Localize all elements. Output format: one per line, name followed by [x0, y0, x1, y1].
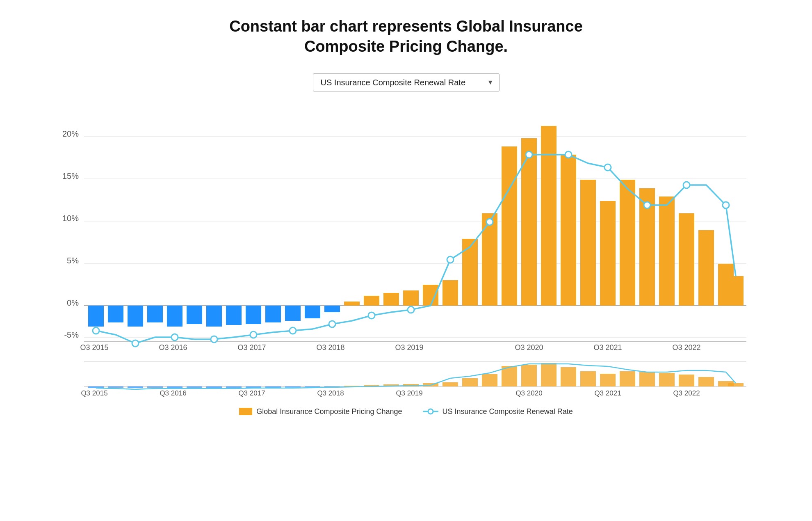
- svg-text:Q3 2019: Q3 2019: [395, 343, 423, 350]
- line-dot-29: [644, 202, 650, 208]
- bar-14: [344, 302, 360, 306]
- legend-bar-color: [239, 408, 252, 415]
- chart-area: 20% 15% 10% 5% 0% -5%: [57, 104, 755, 416]
- line-dot-31: [683, 182, 690, 188]
- svg-rect-49: [580, 371, 596, 386]
- bar-11: [285, 306, 301, 321]
- dropdown-container: US Insurance Composite Renewal RateGloba…: [313, 73, 500, 91]
- svg-text:Q3 2019: Q3 2019: [396, 389, 422, 397]
- svg-rect-47: [541, 363, 557, 386]
- bar-18: [423, 285, 438, 306]
- bar-21: [482, 213, 497, 306]
- bar-3: [128, 306, 143, 327]
- svg-text:20%: 20%: [62, 129, 79, 138]
- svg-text:10%: 10%: [62, 214, 79, 223]
- line-dot-11: [290, 327, 296, 334]
- svg-rect-42: [442, 382, 458, 386]
- mini-chart: Q3 2015 Q3 2016 Q3 2017 Q3 2018 Q3 2019 …: [57, 356, 755, 401]
- bar-15: [364, 296, 379, 306]
- dropdown-wrapper: US Insurance Composite Renewal RateGloba…: [313, 73, 500, 91]
- bar-20: [462, 239, 478, 306]
- main-chart: 20% 15% 10% 5% 0% -5%: [57, 104, 755, 350]
- bar-31: [679, 213, 694, 306]
- legend-bar-item: Global Insurance Composite Pricing Chang…: [239, 407, 402, 416]
- bar-27: [600, 201, 616, 306]
- line-dot-3: [132, 340, 139, 347]
- svg-text:Q3 2020: Q3 2020: [515, 389, 542, 397]
- line-dot-1: [93, 327, 99, 334]
- svg-rect-51: [620, 371, 635, 386]
- svg-rect-34: [285, 386, 301, 388]
- svg-text:Q3 2021: Q3 2021: [594, 389, 621, 397]
- bar-25: [561, 155, 576, 306]
- bar-26: [580, 180, 596, 306]
- svg-text:Q3 2018: Q3 2018: [316, 343, 344, 350]
- bar-4: [147, 306, 163, 322]
- line-dot-21: [486, 219, 493, 225]
- bar-8: [226, 306, 242, 325]
- svg-text:Q3 2021: Q3 2021: [593, 343, 622, 350]
- bar-16: [383, 293, 399, 306]
- line-dot-33: [723, 202, 729, 208]
- svg-rect-28: [167, 386, 182, 388]
- svg-text:Q3 2018: Q3 2018: [317, 389, 344, 397]
- svg-rect-57: [728, 383, 744, 386]
- svg-text:Q3 2015: Q3 2015: [80, 343, 108, 350]
- bar-30: [659, 197, 675, 306]
- bar-7: [206, 306, 222, 327]
- svg-text:Q3 2022: Q3 2022: [672, 343, 700, 350]
- line-dot-7: [211, 336, 217, 343]
- svg-text:Q3 2020: Q3 2020: [515, 343, 543, 350]
- legend-line-icon: [423, 407, 438, 416]
- bar-9: [246, 306, 261, 324]
- svg-point-67: [428, 409, 433, 414]
- svg-rect-55: [698, 377, 714, 386]
- bar-32: [698, 230, 714, 306]
- bar-34: [728, 276, 744, 306]
- svg-rect-44: [482, 374, 497, 386]
- page-title: Constant bar chart represents Global Ins…: [221, 16, 591, 57]
- svg-text:15%: 15%: [62, 171, 79, 181]
- legend-line-label: US Insurance Composite Renewal Rate: [442, 407, 573, 416]
- line-dot-19: [447, 256, 454, 263]
- bar-6: [187, 306, 202, 324]
- svg-text:Q3 2022: Q3 2022: [673, 389, 700, 397]
- svg-rect-33: [265, 386, 281, 388]
- svg-text:5%: 5%: [67, 256, 79, 265]
- bar-17: [403, 290, 419, 306]
- bar-10: [265, 306, 281, 322]
- line-dot-13: [329, 321, 335, 327]
- line-dot-23: [526, 151, 532, 158]
- svg-text:Q3 2016: Q3 2016: [160, 389, 186, 397]
- bar-12: [305, 306, 320, 318]
- series-dropdown[interactable]: US Insurance Composite Renewal RateGloba…: [313, 73, 500, 91]
- svg-text:Q3 2015: Q3 2015: [81, 389, 107, 397]
- svg-rect-27: [147, 386, 163, 388]
- svg-rect-50: [600, 374, 616, 386]
- bar-22: [502, 146, 517, 306]
- svg-rect-30: [206, 386, 222, 388]
- bar-1: [88, 306, 104, 327]
- svg-text:Q3 2017: Q3 2017: [238, 389, 265, 397]
- svg-text:Q3 2016: Q3 2016: [159, 343, 187, 350]
- bar-28: [620, 180, 635, 306]
- line-dot-9: [250, 331, 257, 338]
- bar-19: [442, 280, 458, 306]
- line-dot-5: [171, 334, 178, 340]
- line-dot-15: [368, 312, 375, 319]
- line-dot-17: [408, 306, 414, 313]
- legend-line-item: US Insurance Composite Renewal Rate: [423, 407, 573, 416]
- svg-rect-26: [128, 386, 143, 388]
- svg-rect-48: [561, 367, 576, 386]
- bar-5: [167, 306, 182, 327]
- svg-rect-43: [462, 378, 478, 386]
- svg-rect-29: [187, 386, 202, 388]
- bar-13: [324, 306, 340, 312]
- legend-bar-label: Global Insurance Composite Pricing Chang…: [256, 407, 402, 416]
- legend: Global Insurance Composite Pricing Chang…: [57, 407, 755, 416]
- svg-rect-25: [108, 386, 123, 388]
- bar-24: [541, 126, 557, 306]
- line-dot-27: [604, 164, 611, 171]
- svg-rect-52: [639, 372, 655, 386]
- svg-rect-31: [226, 386, 242, 388]
